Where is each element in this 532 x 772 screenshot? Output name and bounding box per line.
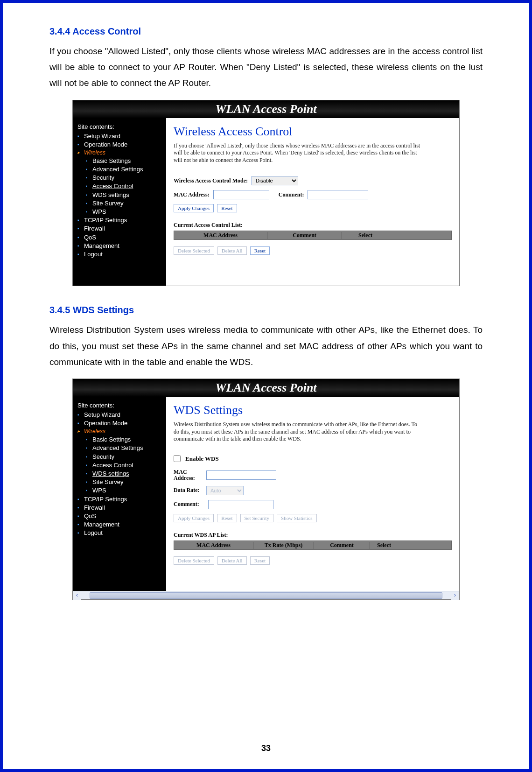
sidebar-item-setup-wizard[interactable]: Setup Wizard <box>77 411 164 419</box>
sidebar-item-operation-mode[interactable]: Operation Mode <box>77 419 164 428</box>
wds-reset-button[interactable]: Reset <box>217 514 237 522</box>
sidebar-item-basic-settings[interactable]: Basic Settings <box>86 435 164 444</box>
sidebar-item-firewall[interactable]: Firewall <box>77 225 164 233</box>
sidebar-item-management[interactable]: Management <box>77 520 164 529</box>
label-mode: Wireless Access Control Mode: <box>174 177 248 184</box>
checkbox-enable-wds[interactable] <box>174 455 181 462</box>
label-data-rate: Data Rate: <box>174 487 206 493</box>
wds-list-title: Current WDS AP List: <box>174 532 452 539</box>
label-mac: MAC Address: <box>174 191 210 198</box>
delete-all-button[interactable]: Delete All <box>217 246 247 255</box>
wds-show-stats-button[interactable]: Show Statistics <box>277 514 317 522</box>
wds-list-header: MAC Address Tx Rate (Mbps) Comment Selec… <box>174 540 452 550</box>
router-sidebar-2: Site contents: Setup Wizard Operation Mo… <box>73 397 166 591</box>
section-345-heading: 3.4.5 WDS Settings <box>49 305 483 316</box>
panel-access-control: Wireless Access Control If you choose 'A… <box>166 118 459 286</box>
sidebar-item-access-control[interactable]: Access Control <box>86 182 164 190</box>
wds-set-security-button[interactable]: Set Security <box>240 514 273 522</box>
sidebar-item-tcpip-settings[interactable]: TCP/IP Settings <box>77 216 164 225</box>
sidebar-item-management[interactable]: Management <box>77 242 164 250</box>
label-wds-mac: MAC Address: <box>174 469 206 481</box>
sidebar-item-security[interactable]: Security <box>86 174 164 182</box>
sidebar-item-firewall[interactable]: Firewall <box>77 504 164 512</box>
page-frame: 3.4.4 Access Control If you choose "Allo… <box>0 0 532 772</box>
scroll-right-arrow-icon[interactable]: › <box>451 591 459 600</box>
sidebar-item-qos[interactable]: QoS <box>77 512 164 520</box>
col-select: Select <box>342 232 389 239</box>
sidebar-item-setup-wizard[interactable]: Setup Wizard <box>77 132 164 140</box>
reset-list-button[interactable]: Reset <box>250 246 270 255</box>
panel-desc-wds: Wireless Distribution System uses wirele… <box>174 421 421 443</box>
access-list-title: Current Access Control List: <box>174 222 452 229</box>
sidebar-folder-wireless[interactable]: Wireless <box>77 428 164 435</box>
router-header: WLAN Access Point <box>73 100 459 118</box>
label-wds-comment: Comment: <box>174 501 206 507</box>
sidebar-item-tcpip-settings[interactable]: TCP/IP Settings <box>77 495 164 504</box>
col-wds-rate: Tx Rate (Mbps) <box>253 542 314 549</box>
select-access-mode[interactable]: Disable <box>252 176 298 185</box>
scroll-left-arrow-icon[interactable]: ‹ <box>73 591 81 600</box>
panel-desc-access: If you choose 'Allowed Listed', only tho… <box>174 142 421 164</box>
panel-title-wds: WDS Settings <box>174 403 452 417</box>
horizontal-scrollbar[interactable]: ‹ › <box>73 591 459 599</box>
delete-selected-button[interactable]: Delete Selected <box>174 246 214 255</box>
wds-delete-selected-button[interactable]: Delete Selected <box>174 556 214 565</box>
sidebar-item-site-survey[interactable]: Site Survey <box>86 199 164 208</box>
sidebar-item-wps[interactable]: WPS <box>86 486 164 495</box>
section-344-heading: 3.4.4 Access Control <box>49 26 483 37</box>
col-wds-comment: Comment <box>314 542 370 549</box>
sidebar-item-security[interactable]: Security <box>86 453 164 461</box>
scroll-thumb[interactable] <box>90 592 442 599</box>
input-wds-comment[interactable] <box>208 500 273 509</box>
router-sidebar: Site contents: Setup Wizard Operation Mo… <box>73 118 166 286</box>
panel-title-access: Wireless Access Control <box>174 125 452 139</box>
sidebar-item-wds-settings[interactable]: WDS settings <box>86 191 164 199</box>
sidebar-item-operation-mode[interactable]: Operation Mode <box>77 140 164 149</box>
col-comment: Comment <box>267 232 342 239</box>
access-list-header: MAC Address Comment Select <box>174 231 452 240</box>
input-mac-address[interactable] <box>213 190 269 199</box>
router-screenshot-access-control: WLAN Access Point Site contents: Setup W… <box>72 100 460 287</box>
sidebar-folder-wireless[interactable]: Wireless <box>77 149 164 157</box>
sidebar-item-wps[interactable]: WPS <box>86 208 164 216</box>
router-screenshot-wds: WLAN Access Point Site contents: Setup W… <box>72 379 460 600</box>
input-comment[interactable] <box>308 190 368 199</box>
label-enable-wds: Enable WDS <box>185 455 219 463</box>
sidebar-item-basic-settings[interactable]: Basic Settings <box>86 157 164 165</box>
section-345-body: Wireless Distribution System uses wirele… <box>49 322 483 370</box>
wds-reset-list-button[interactable]: Reset <box>250 556 270 565</box>
apply-changes-button[interactable]: Apply Changes <box>174 204 214 212</box>
sidebar-title-2: Site contents: <box>77 401 164 410</box>
sidebar-item-logout[interactable]: Logout <box>77 250 164 259</box>
sidebar-item-advanced-settings[interactable]: Advanced Settings <box>86 165 164 174</box>
wds-delete-all-button[interactable]: Delete All <box>217 556 247 565</box>
sidebar-item-qos[interactable]: QoS <box>77 233 164 242</box>
section-344-body: If you choose "Allowed Listed", only tho… <box>49 43 483 91</box>
page-number: 33 <box>3 744 529 753</box>
sidebar-item-site-survey[interactable]: Site Survey <box>86 478 164 486</box>
label-comment: Comment: <box>279 191 304 198</box>
col-wds-mac: MAC Address <box>174 542 253 549</box>
col-mac: MAC Address <box>174 232 267 239</box>
reset-button[interactable]: Reset <box>217 204 237 212</box>
sidebar-item-wds-settings[interactable]: WDS settings <box>86 470 164 478</box>
wds-apply-button[interactable]: Apply Changes <box>174 514 214 522</box>
sidebar-item-advanced-settings[interactable]: Advanced Settings <box>86 444 164 452</box>
sidebar-item-logout[interactable]: Logout <box>77 529 164 537</box>
router-header-2: WLAN Access Point <box>73 379 459 397</box>
input-wds-mac[interactable] <box>206 470 276 480</box>
sidebar-item-access-control[interactable]: Access Control <box>86 461 164 470</box>
col-wds-select: Select <box>370 542 398 549</box>
select-data-rate[interactable]: Auto <box>206 486 244 495</box>
sidebar-title: Site contents: <box>77 123 164 131</box>
panel-wds: WDS Settings Wireless Distribution Syste… <box>166 397 459 591</box>
